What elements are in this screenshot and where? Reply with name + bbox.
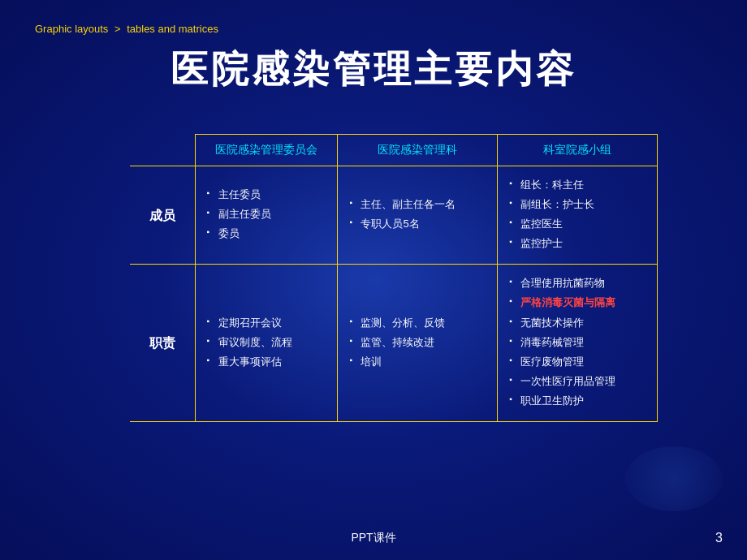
- duties-col3: 合理使用抗菌药物 严格消毒灭菌与隔离 无菌技术操作 消毒药械管理 医疗废物管理 …: [498, 265, 658, 422]
- list-item: 合理使用抗菌药物: [509, 274, 646, 292]
- list-item: 无菌技术操作: [509, 314, 646, 332]
- list-item: 监控医生: [509, 215, 646, 233]
- page-number: 3: [715, 531, 723, 545]
- members-col2-list: 主任、副主任各一名 专职人员5名: [349, 196, 486, 233]
- row-label-members: 成员: [130, 166, 195, 265]
- list-item: 组长：科主任: [509, 176, 646, 194]
- members-col3: 组长：科主任 副组长：护士长 监控医生 监控护士: [498, 166, 658, 265]
- header-empty-cell: [130, 135, 195, 166]
- members-col3-list: 组长：科主任 副组长：护士长 监控医生 监控护士: [509, 176, 646, 252]
- header-col1: 医院感染管理委员会: [195, 135, 338, 166]
- table-header-row: 医院感染管理委员会 医院感染管理科 科室院感小组: [130, 135, 658, 166]
- list-item: 消毒药械管理: [509, 334, 646, 351]
- list-item: 审议制度、流程: [207, 334, 326, 351]
- members-col1-list: 主任委员 副主任委员 委员: [207, 186, 326, 243]
- list-item: 一次性医疗用品管理: [509, 373, 646, 390]
- list-item: 监控护士: [509, 235, 646, 252]
- duties-col1: 定期召开会议 审议制度、流程 重大事项评估: [195, 265, 338, 422]
- breadcrumb-part1: Graphic layouts: [35, 23, 108, 35]
- members-col2: 主任、副主任各一名 专职人员5名: [338, 166, 498, 265]
- list-item: 监管、持续改进: [349, 334, 486, 351]
- page-title: 医院感染管理主要内容: [0, 45, 747, 95]
- list-item: 委员: [207, 225, 326, 243]
- list-item: 监测、分析、反馈: [349, 314, 486, 332]
- duties-col3-list: 合理使用抗菌药物 严格消毒灭菌与隔离 无菌技术操作 消毒药械管理 医疗废物管理 …: [509, 274, 646, 410]
- list-item-highlight: 严格消毒灭菌与隔离: [509, 294, 646, 312]
- duties-col2-list: 监测、分析、反馈 监管、持续改进 培训: [349, 314, 486, 371]
- header-col3: 科室院感小组: [498, 135, 658, 166]
- breadcrumb-part2: tables and matrices: [127, 23, 218, 35]
- header-col2: 医院感染管理科: [338, 135, 498, 166]
- row-label-duties: 职责: [130, 265, 195, 422]
- list-item: 定期召开会议: [207, 314, 326, 332]
- duties-col1-list: 定期召开会议 审议制度、流程 重大事项评估: [207, 314, 326, 371]
- members-col1: 主任委员 副主任委员 委员: [195, 166, 338, 265]
- highlight-text: 严格消毒灭菌与隔离: [520, 296, 615, 308]
- duties-col2: 监测、分析、反馈 监管、持续改进 培训: [338, 265, 498, 422]
- list-item: 主任、副主任各一名: [349, 196, 486, 213]
- list-item: 医疗废物管理: [509, 353, 646, 371]
- management-table: 医院感染管理委员会 医院感染管理科 科室院感小组 成员 主任委员 副主任委员 委…: [130, 134, 658, 422]
- breadcrumb-separator: >: [114, 23, 123, 35]
- list-item: 主任委员: [207, 186, 326, 204]
- main-table-container: 医院感染管理委员会 医院感染管理科 科室院感小组 成员 主任委员 副主任委员 委…: [130, 134, 658, 422]
- list-item: 副组长：护士长: [509, 196, 646, 213]
- footer-text: PPT课件: [351, 531, 395, 545]
- list-item: 专职人员5名: [349, 215, 486, 233]
- list-item: 副主任委员: [207, 205, 326, 223]
- background-decoration: [625, 446, 723, 511]
- list-item: 重大事项评估: [207, 353, 326, 371]
- table-row-duties: 职责 定期召开会议 审议制度、流程 重大事项评估 监测、分析、反馈 监管、持续改…: [130, 265, 658, 422]
- list-item: 培训: [349, 353, 486, 371]
- table-row-members: 成员 主任委员 副主任委员 委员 主任、副主任各一名 专职人员5名: [130, 166, 658, 265]
- list-item: 职业卫生防护: [509, 392, 646, 410]
- breadcrumb: Graphic layouts > tables and matrices: [35, 23, 218, 35]
